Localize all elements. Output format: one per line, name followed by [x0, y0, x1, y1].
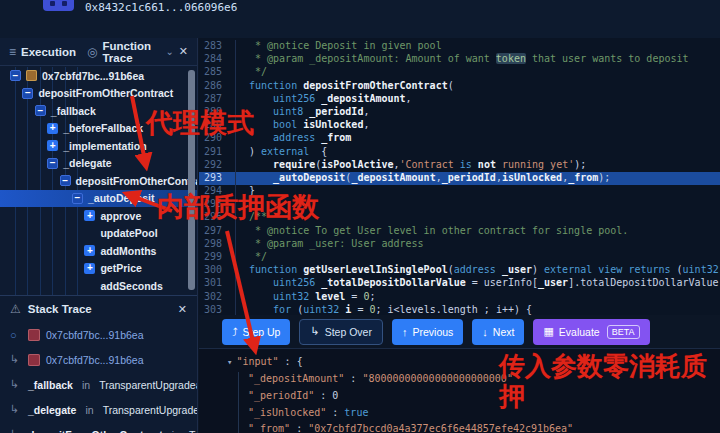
- collapse-icon[interactable]: −: [72, 193, 83, 204]
- code-line-298[interactable]: 298 * @param _user: User address: [199, 238, 720, 251]
- tree-node-updatePool[interactable]: updatePool: [0, 225, 197, 243]
- tree-node-0x7cbfd7bc...91b6ea[interactable]: −0x7cbfd7bc...91b6ea: [0, 67, 197, 85]
- code-line-288[interactable]: 288 uint8 _periodId,: [199, 106, 720, 119]
- stack-file: TransparentUpgradeableProxy.s: [99, 379, 197, 391]
- tree-node-depositFromOtherContract[interactable]: −depositFromOtherContract: [0, 85, 197, 103]
- step-up-icon: ⤴: [232, 326, 238, 338]
- trace-panel: ≡ Execution ◎ Function Trace ⌄ ✕ −0x7cbf…: [0, 38, 198, 433]
- close-stack-trace-icon[interactable]: ✕: [178, 303, 187, 316]
- annotation-proxy-mode: 代理模式: [146, 108, 254, 139]
- stack-in-word: in: [85, 404, 93, 416]
- close-trace-panel-icon[interactable]: ✕: [179, 45, 188, 58]
- code-line-300[interactable]: 300function getUserLevelInSinglePool(add…: [199, 264, 720, 277]
- stack-trace-item[interactable]: ↳_delegateinTransparentUpgradeableProxy.…: [0, 397, 197, 422]
- contract-icon: [26, 70, 37, 81]
- collapse-icon[interactable]: −: [35, 105, 46, 116]
- collapse-icon[interactable]: −: [47, 158, 58, 169]
- code-content: function getUserLevelInSinglePool(addres…: [235, 264, 720, 277]
- button-label: Step Over: [325, 326, 372, 338]
- expand-icon[interactable]: +: [47, 123, 58, 134]
- code-line-299[interactable]: 299 */: [199, 251, 720, 264]
- previous-button[interactable]: ↑Previous: [392, 319, 463, 345]
- next-icon: ↓: [482, 326, 488, 338]
- expand-icon[interactable]: +: [84, 263, 95, 274]
- code-line-284[interactable]: 284 * @param _depositAmount: Amount of w…: [199, 53, 720, 66]
- code-content: uint8 _periodId,: [235, 106, 720, 119]
- stack-trace-item[interactable]: ↳0x7cbfd7bc...91b6ea: [0, 347, 197, 372]
- code-content: for (uint32 i = 0; i<levels.length ; i++…: [235, 304, 720, 315]
- button-label: Evaluate: [559, 326, 600, 338]
- code-content: uint256 _totalDepositDollarValue = userI…: [235, 277, 720, 290]
- code-line-289[interactable]: 289 bool isUnlocked,: [199, 119, 720, 132]
- line-number: 292: [199, 159, 235, 172]
- stack-in-word: in: [82, 379, 90, 391]
- evaluate-button[interactable]: ▦EvaluateBETA: [533, 319, 649, 345]
- step-over-button[interactable]: ↳Step Over: [299, 319, 383, 345]
- stack-address: 0x7cbfd7bc...91b6ea: [46, 329, 144, 341]
- code-line-285[interactable]: 285 */: [199, 66, 720, 79]
- tree-node-label: getPrice: [100, 262, 141, 274]
- tree-node-_implementation[interactable]: +_implementation: [0, 137, 197, 155]
- line-number: 298: [199, 238, 235, 251]
- code-content: * @notice To get User level in other con…: [235, 225, 720, 238]
- field-value: true: [344, 407, 368, 418]
- code-line-286[interactable]: 286function depositFromOtherContract(: [199, 80, 720, 93]
- code-line-287[interactable]: 287 uint256 _depositAmount,: [199, 93, 720, 106]
- tree-node-depositFromOtherContract[interactable]: −depositFromOtherContract: [0, 172, 197, 190]
- tree-node-label: updatePool: [100, 227, 157, 239]
- line-number: 287: [199, 93, 235, 106]
- line-number: 300: [199, 264, 235, 277]
- chevron-down-icon[interactable]: ⌄: [165, 46, 173, 57]
- code-line-293[interactable]: 293 _autoDeposit(_depositAmount,_periodI…: [199, 172, 720, 185]
- collapse-icon[interactable]: −: [60, 175, 71, 186]
- previous-icon: ↑: [402, 326, 408, 338]
- code-line-291[interactable]: 291) external {: [199, 146, 720, 159]
- tree-node-getPrice[interactable]: +getPrice: [0, 260, 197, 278]
- tab-function-trace[interactable]: Function Trace: [102, 40, 158, 64]
- expand-icon[interactable]: +: [84, 210, 95, 221]
- code-content: * @param _user: User address: [235, 238, 720, 251]
- next-button[interactable]: ↓Next: [472, 319, 524, 345]
- stack-trace-title: Stack Trace: [28, 303, 92, 315]
- code-line-290[interactable]: 290 address _from: [199, 132, 720, 145]
- call-tree: −0x7cbfd7bc...91b6ea−depositFromOtherCon…: [0, 67, 197, 295]
- subcall-arrow-icon: ↳: [10, 428, 22, 433]
- collapse-triangle-icon[interactable]: ▾: [227, 357, 232, 367]
- tree-node-_delegate[interactable]: −_delegate: [0, 155, 197, 173]
- tree-node-label: _implementation: [63, 140, 146, 152]
- frame-marker-icon: ○: [10, 329, 22, 341]
- code-content: bool isUnlocked,: [235, 119, 720, 132]
- code-line-303[interactable]: 303 for (uint32 i = 0; i<levels.length ;…: [199, 304, 720, 315]
- code-line-302[interactable]: 302 uint32 level = 0;: [199, 291, 720, 304]
- collapse-icon[interactable]: −: [10, 70, 21, 81]
- expand-icon[interactable]: +: [47, 140, 58, 151]
- tree-node-addSeconds[interactable]: addSeconds: [0, 277, 197, 295]
- code-line-283[interactable]: 283 * @notice Deposit in given pool: [199, 40, 720, 53]
- expand-icon[interactable]: +: [84, 245, 95, 256]
- code-line-297[interactable]: 297 * @notice To get User level in other…: [199, 225, 720, 238]
- line-number: 301: [199, 277, 235, 290]
- collapse-icon[interactable]: −: [22, 88, 33, 99]
- tree-node-addMonths[interactable]: +addMonths: [0, 242, 197, 260]
- code-content: * @param _depositAmount: Amount of want …: [235, 53, 720, 66]
- tab-execution[interactable]: Execution: [21, 46, 76, 58]
- step-up-button[interactable]: ⤴Step Up: [222, 319, 290, 345]
- code-line-292[interactable]: 292 require(isPoolActive,'Contract is no…: [199, 159, 720, 172]
- transaction-icon: [43, 0, 74, 11]
- code-content: function depositFromOtherContract(: [235, 80, 720, 93]
- stack-address: 0x7cbfd7bc...91b6ea: [46, 354, 144, 366]
- code-line-301[interactable]: 301 uint256 _totalDepositDollarValue = u…: [199, 277, 720, 290]
- tree-node-label: approve: [100, 210, 141, 222]
- line-number: 291: [199, 146, 235, 159]
- stack-trace-item[interactable]: ↳_fallbackinTransparentUpgradeableProxy.…: [0, 372, 197, 397]
- stack-file: TransparentU: [189, 429, 197, 433]
- tree-node-label: 0x7cbfd7bc...91b6ea: [42, 70, 144, 82]
- input-field-_from[interactable]: "_from" : "0x7cbfd7bccd0a4a377ec6f6e4485…: [199, 421, 720, 433]
- stack-trace-item[interactable]: ↳depositFromOtherContractinTransparentU: [0, 422, 197, 433]
- tree-node-label: _fallback: [51, 105, 96, 117]
- line-number: 303: [199, 304, 235, 315]
- annotation-internal-stake-fn: 内部质押函数: [157, 192, 319, 223]
- stack-trace-item[interactable]: ○0x7cbfd7bc...91b6ea: [0, 322, 197, 347]
- code-content: _autoDeposit(_depositAmount,_periodId,is…: [235, 172, 720, 185]
- tree-scrollbar[interactable]: [188, 70, 195, 290]
